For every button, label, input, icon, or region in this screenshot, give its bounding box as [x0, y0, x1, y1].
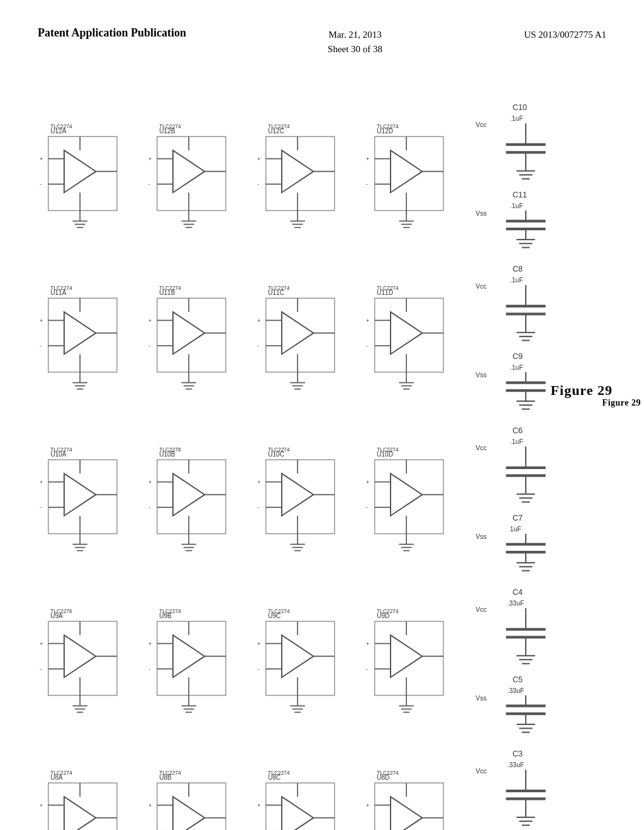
circuit-caps-row2: C8 .1uF Vcc C9 .1uF Vss — [473, 256, 579, 414]
date: Mar. 21, 2013 — [329, 30, 382, 40]
cell-u12c: U12C TLC2274 + - — [255, 94, 361, 253]
circuit-u12c: U12C TLC2274 + - — [255, 94, 361, 253]
svg-rect-125 — [375, 298, 443, 372]
svg-marker-271 — [282, 635, 313, 677]
svg-text:C11: C11 — [513, 191, 527, 199]
svg-rect-160 — [48, 460, 117, 534]
svg-text:TLC2274: TLC2274 — [268, 123, 290, 130]
cell-u8a: U8A TLC2274 + - — [38, 741, 143, 830]
svg-rect-110 — [266, 298, 335, 372]
circuit-u9d: U9D TLC2274 + - — [364, 579, 470, 738]
header-right: US 2013/0072775 A1 — [524, 25, 606, 42]
circuit-grid: U12A TLC2274 + - — [38, 94, 579, 755]
svg-rect-335 — [157, 783, 226, 830]
svg-text:+: + — [257, 479, 260, 485]
circuit-caps-row1: C10 .1uF Vcc C11 .1uF — [473, 94, 579, 253]
cell-u9c: U9C TLC2274 + - — [255, 579, 361, 738]
svg-text:Vcc: Vcc — [475, 768, 487, 775]
cell-u11c: U11C TLC2274 + - — [255, 256, 361, 414]
svg-text:-: - — [366, 343, 368, 349]
svg-text:.33uF: .33uF — [508, 761, 525, 768]
header: Patent Application Publication Mar. 21, … — [0, 0, 644, 56]
svg-marker-366 — [391, 797, 422, 830]
svg-text:+: + — [148, 802, 152, 809]
svg-rect-30 — [266, 136, 335, 211]
circuit-caps-row3: C6 .1uF Vcc C7 1uF Vss — [473, 418, 579, 576]
publication-title: Patent Application Publication — [38, 26, 186, 39]
circuit-caps-row5: C3 .33uF Vcc C2 .33uF Vss — [473, 741, 579, 830]
svg-rect-205 — [375, 460, 443, 534]
svg-text:-: - — [257, 504, 259, 511]
circuit-u12d: U12D TLC2274 + - — [364, 94, 470, 253]
circuit-u8b: U8B TLC2274 + - — [147, 741, 252, 830]
circuit-u9c: U9C TLC2274 + - — [255, 579, 361, 738]
svg-text:C10: C10 — [513, 103, 527, 112]
svg-text:TLC2274: TLC2274 — [159, 285, 181, 291]
svg-text:.1uF: .1uF — [510, 114, 523, 122]
circuit-caps-row4: C4 .33uF Vcc C5 .33uF Vss — [473, 579, 579, 738]
svg-text:-: - — [148, 343, 150, 349]
svg-text:TLC2278: TLC2278 — [159, 446, 181, 453]
svg-text:+: + — [366, 318, 369, 324]
circuit-u10a: U10A TLC2274 + - — [38, 418, 143, 576]
svg-text:Vss: Vss — [475, 371, 487, 379]
svg-rect-240 — [48, 621, 117, 695]
svg-text:-: - — [366, 504, 368, 511]
figure-label-word: Figure 29 — [602, 398, 641, 408]
svg-marker-256 — [173, 635, 204, 677]
svg-text:-: - — [148, 827, 150, 830]
svg-text:-: - — [257, 827, 259, 830]
svg-rect-285 — [375, 621, 443, 695]
cell-u11b: U11B TLC2274 + - — [147, 256, 252, 414]
svg-text:+: + — [366, 802, 369, 809]
svg-text:TLC2274: TLC2274 — [377, 123, 399, 130]
svg-text:Vss: Vss — [475, 209, 487, 217]
svg-rect-270 — [266, 621, 335, 695]
svg-text:+: + — [40, 802, 43, 809]
svg-text:TLC2274: TLC2274 — [268, 770, 290, 776]
svg-text:+: + — [148, 318, 152, 324]
circuit-u10c: U10C TLC2274 + - — [255, 418, 361, 576]
svg-text:TLC2274: TLC2274 — [268, 608, 290, 614]
cell-u10c: U10C TLC2274 + - — [255, 418, 361, 576]
svg-marker-191 — [282, 473, 313, 516]
circuit-u8c: U8C TLC2274 + - — [255, 741, 361, 830]
figure-29-container: Figure 29 — [602, 398, 641, 408]
svg-text:TLC2274: TLC2274 — [377, 446, 399, 453]
patent-number: US 2013/0072775 A1 — [524, 30, 606, 40]
svg-text:TLC2274: TLC2274 — [159, 608, 181, 614]
cell-u8d: U8D TLC2274 + - — [364, 741, 470, 830]
circuit-u10d: U10D TLC2274 + - — [364, 418, 470, 576]
cell-u10d: U10D TLC2274 + - — [364, 418, 470, 576]
svg-text:TLC2274: TLC2274 — [50, 770, 72, 776]
svg-text:.33uF: .33uF — [508, 599, 525, 607]
svg-marker-351 — [282, 797, 313, 830]
svg-marker-111 — [282, 312, 313, 354]
cell-cap-c8-c9: C8 .1uF Vcc C9 .1uF Vss — [473, 256, 579, 414]
cell-u10a: U10A TLC2274 + - — [38, 418, 143, 576]
svg-text:+: + — [257, 318, 260, 324]
svg-text:+: + — [257, 156, 260, 162]
svg-text:+: + — [40, 641, 43, 647]
circuit-u9b: U9B TLC2274 + - — [147, 579, 252, 738]
diagram-area: Figure 29 — [38, 94, 606, 780]
circuit-u11a: U11A TLC2274 + - — [38, 256, 143, 414]
svg-text:+: + — [366, 641, 369, 647]
sheet-info: Sheet 30 of 38 — [328, 44, 382, 54]
svg-rect-320 — [48, 783, 117, 830]
svg-text:-: - — [257, 181, 259, 187]
svg-marker-161 — [64, 473, 96, 516]
svg-text:+: + — [148, 156, 152, 162]
svg-text:-: - — [40, 504, 42, 511]
cell-u12b: U12B TLC2274 + - — [147, 94, 252, 253]
svg-marker-31 — [282, 150, 313, 192]
svg-text:-: - — [40, 343, 42, 349]
cell-cap-c4-c5: C4 .33uF Vcc C5 .33uF Vss — [473, 579, 579, 738]
svg-rect-15 — [157, 136, 226, 211]
svg-text:+: + — [148, 479, 152, 485]
cell-cap-c6-c7: C6 .1uF Vcc C7 1uF Vss — [473, 418, 579, 576]
svg-text:+: + — [366, 156, 369, 162]
svg-text:Vcc: Vcc — [475, 283, 487, 290]
circuit-u8a: U8A TLC2274 + - — [38, 741, 143, 830]
svg-text:+: + — [257, 641, 260, 647]
